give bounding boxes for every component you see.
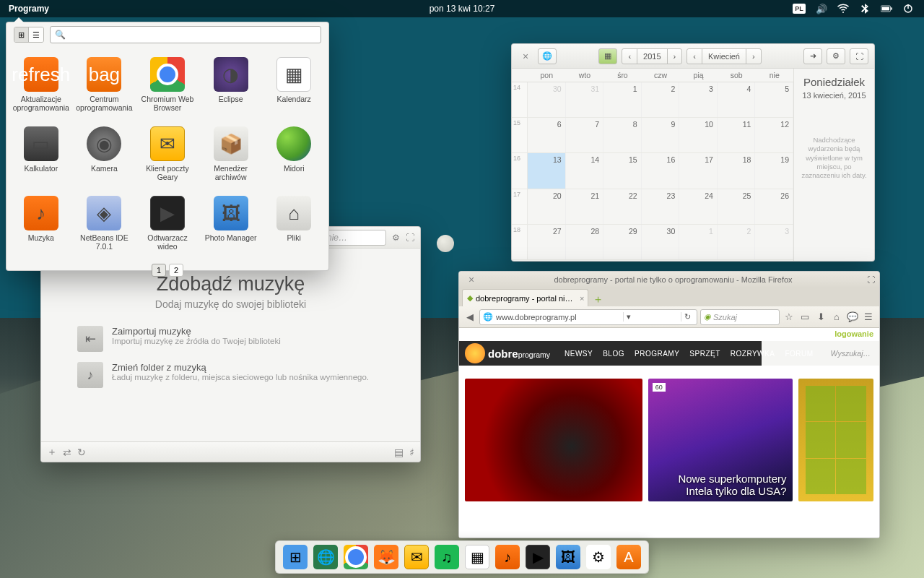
close-tab-icon[interactable]: × — [580, 294, 584, 303]
year-prev-button[interactable]: ‹ — [622, 48, 637, 64]
app-launcher-item[interactable]: 📦Menedżer archiwów — [199, 122, 263, 191]
reload-icon[interactable]: ↻ — [681, 312, 694, 322]
nav-link[interactable]: FORUM — [785, 350, 813, 358]
applications-menu[interactable]: Programy — [0, 4, 49, 14]
calendar-day[interactable]: 1 — [679, 225, 718, 259]
calendar-day[interactable]: 1 — [603, 82, 642, 117]
calendar-day[interactable]: 8 — [603, 118, 642, 152]
calendar-day[interactable]: 20 — [528, 189, 566, 224]
url-bar[interactable]: 🌐 www.dobreprogramy.pl ▾ ↻ — [479, 309, 697, 325]
article-thumb[interactable] — [798, 379, 874, 501]
calendar-day[interactable]: 30 — [528, 82, 566, 117]
equalizer-icon[interactable]: ♯ — [409, 447, 414, 458]
calendar-day[interactable]: 3 — [679, 82, 718, 117]
close-icon[interactable]: × — [518, 51, 533, 62]
new-tab-button[interactable]: ＋ — [591, 292, 606, 306]
app-launcher-item[interactable]: ◈NetBeans IDE 7.0.1 — [73, 191, 136, 261]
dock-item[interactable]: 🦊 — [374, 545, 398, 569]
calendar-day[interactable]: 27 — [528, 225, 566, 259]
close-icon[interactable]: × — [463, 274, 479, 285]
back-icon[interactable]: ◀ — [463, 311, 476, 322]
grid-view-icon[interactable]: ⊞ — [14, 27, 29, 42]
app-launcher-item[interactable]: ✉Klient poczty Geary — [136, 122, 199, 191]
app-launcher-item[interactable]: bagCentrum oprogramowania — [73, 53, 136, 122]
export-icon[interactable]: ➜ — [803, 48, 822, 64]
calendar-day[interactable]: 23 — [642, 189, 680, 224]
nav-link[interactable]: SPRZĘT — [689, 350, 720, 358]
site-search[interactable]: Wyszukaj… — [831, 349, 871, 358]
music-action[interactable]: ♪Zmień folder z muzykąŁaduj muzykę z fol… — [77, 362, 384, 388]
month-prev-button[interactable]: ‹ — [687, 48, 702, 64]
calendar-day[interactable]: 9 — [642, 118, 680, 152]
bookmarks-icon[interactable]: ▭ — [798, 311, 811, 322]
article-thumb[interactable] — [465, 379, 642, 501]
calendar-day[interactable]: 16 — [642, 153, 680, 188]
app-launcher-item[interactable]: ▶Odtwarzacz wideo — [136, 191, 199, 261]
downloads-icon[interactable]: ⬇ — [814, 311, 827, 322]
dock-item[interactable]: 🌐 — [313, 545, 338, 569]
dock-item[interactable]: ▶ — [526, 545, 550, 569]
gear-icon[interactable]: ⚙ — [392, 233, 400, 243]
nav-link[interactable]: PROGRAMY — [635, 350, 679, 358]
calendar-day[interactable]: 11 — [718, 118, 756, 152]
calendar-day[interactable]: 21 — [566, 189, 604, 224]
calendar-day[interactable]: 26 — [755, 189, 793, 224]
app-launcher-item[interactable]: refreshAktualizacje oprogramowania — [9, 53, 73, 122]
bookmark-star-icon[interactable]: ☆ — [783, 311, 796, 322]
nav-link[interactable]: NEWSY — [565, 350, 593, 358]
calendar-day[interactable]: 5 — [755, 82, 793, 117]
calendar-day[interactable]: 2 — [718, 225, 756, 259]
clock[interactable]: pon 13 kwi 10:27 — [430, 4, 495, 14]
calendar-day[interactable]: 6 — [528, 118, 566, 152]
month-next-button[interactable]: › — [746, 48, 762, 64]
calendar-day[interactable]: 7 — [566, 118, 604, 152]
dock-item[interactable]: ▦ — [465, 545, 489, 569]
nav-link[interactable]: ROZRYWKA — [731, 350, 775, 358]
calendar-day[interactable]: 10 — [679, 118, 718, 152]
music-action[interactable]: ⇤Zaimportuj muzykęImportuj muzykę ze źró… — [77, 326, 384, 352]
dock-item[interactable]: A — [616, 545, 641, 569]
site-logo[interactable]: dobreprogramy — [465, 343, 550, 363]
home-icon[interactable]: ⌂ — [830, 311, 843, 322]
app-launcher-item[interactable]: ◉Kamera — [73, 122, 136, 191]
app-launcher-item[interactable]: ◑Eclipse — [199, 53, 263, 122]
maximize-icon[interactable]: ⛶ — [850, 48, 868, 64]
browser-tab[interactable]: ◆ dobreprogramy - portal ni… × — [462, 289, 588, 306]
app-search-input[interactable]: 🔍 — [50, 26, 321, 43]
calendar-day[interactable]: 22 — [603, 189, 642, 224]
maximize-icon[interactable]: ⛶ — [867, 275, 875, 284]
dock-item[interactable]: 🖼 — [556, 545, 580, 569]
calendar-day[interactable]: 30 — [642, 225, 680, 259]
search-bar[interactable]: ◉Szukaj — [700, 309, 780, 325]
app-launcher-item[interactable]: ▦Kalendarz — [262, 53, 326, 122]
app-launcher-item[interactable]: 🖼Photo Manager — [199, 191, 263, 261]
wifi-indicator-icon[interactable] — [837, 3, 849, 14]
calendar-day[interactable]: 14 — [566, 153, 604, 188]
calendar-day[interactable]: 2 — [642, 82, 680, 117]
calendar-day[interactable]: 13 — [528, 153, 566, 188]
calendar-day[interactable]: 28 — [566, 225, 604, 259]
battery-indicator-icon[interactable] — [881, 3, 892, 14]
year-next-button[interactable]: › — [667, 48, 683, 64]
chat-icon[interactable]: 💬 — [846, 311, 859, 322]
add-playlist-icon[interactable]: ＋ — [47, 446, 57, 459]
app-launcher-item[interactable]: Chromium Web Browser — [136, 53, 199, 122]
view-toggle[interactable]: ⊞ ☰ — [14, 27, 44, 43]
settings-icon[interactable]: ⚙ — [827, 48, 845, 64]
dock-item[interactable]: ♪ — [495, 545, 520, 569]
bluetooth-indicator-icon[interactable] — [859, 3, 871, 14]
year-label[interactable]: 2015 — [637, 48, 667, 64]
today-button[interactable]: ▦ — [598, 48, 617, 64]
maximize-icon[interactable]: ⛶ — [406, 233, 414, 243]
calendar-day[interactable]: 4 — [718, 82, 756, 117]
calendar-day[interactable]: 17 — [679, 153, 718, 188]
page-1-button[interactable]: 1 — [152, 264, 166, 277]
info-icon[interactable]: ▤ — [394, 447, 404, 458]
keyboard-indicator[interactable]: PL — [793, 4, 806, 14]
shuffle-icon[interactable]: ⇄ — [63, 447, 71, 458]
dock-item[interactable]: ✉ — [404, 545, 429, 569]
calendar-day[interactable]: 3 — [755, 225, 793, 259]
calendar-day[interactable]: 15 — [603, 153, 642, 188]
app-launcher-item[interactable]: ▭Kalkulator — [9, 122, 73, 191]
calendar-day[interactable]: 31 — [566, 82, 604, 117]
